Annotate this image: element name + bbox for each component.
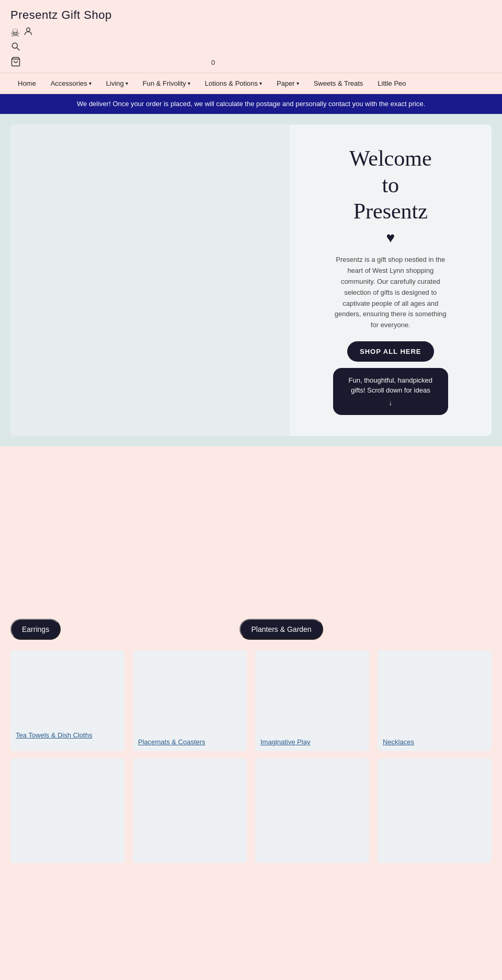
header-icons: ☠ 0 — [10, 26, 492, 68]
nav-item-living[interactable]: Living ▾ — [99, 73, 135, 94]
chevron-down-icon: ▾ — [188, 80, 190, 86]
category-section: Earrings Planters & Garden Placemats & C… — [0, 614, 502, 873]
product-card[interactable]: Placemats & Coasters — [133, 650, 247, 751]
hero-heart: ♥ — [386, 229, 395, 246]
hero-image — [10, 124, 290, 436]
category-badge-row: Earrings Planters & Garden — [10, 614, 492, 640]
earrings-badge[interactable]: Earrings — [10, 619, 61, 640]
nav-item-little-peo[interactable]: Little Peo — [370, 73, 413, 94]
product-label-placemats[interactable]: Placemats & Coasters — [133, 734, 247, 751]
product-label-imaginative[interactable]: Imaginative Play — [255, 734, 369, 751]
nav-item-home[interactable]: Home — [10, 73, 43, 94]
hero-title: WelcometoPresentz — [349, 145, 432, 224]
nav-item-fun-frivolity[interactable]: Fun & Frivolity ▾ — [135, 73, 198, 94]
search-icon[interactable] — [10, 41, 492, 53]
chevron-down-icon: ▾ — [259, 80, 262, 86]
nav-item-lotions[interactable]: Lotions & Potions ▾ — [198, 73, 269, 94]
chevron-down-icon: ▾ — [89, 80, 92, 86]
hero-card: WelcometoPresentz ♥ Presentz is a gift s… — [10, 124, 492, 436]
product-label-tea-towels[interactable]: Tea Towels & Dish Cloths — [10, 727, 97, 744]
scroll-down-icon: ↓ — [344, 398, 438, 408]
product-card[interactable]: Necklaces — [378, 650, 492, 751]
product-card-image — [378, 650, 492, 734]
product-card[interactable]: Imaginative Play — [255, 650, 369, 751]
svg-point-1 — [12, 43, 17, 48]
svg-line-2 — [17, 48, 20, 51]
product-card-image — [10, 650, 124, 734]
header: Presentz Gift Shop ☠ 0 — [0, 0, 502, 73]
product-card-image — [255, 650, 369, 734]
bottom-card[interactable] — [10, 758, 124, 863]
account-icon[interactable]: ☠ — [10, 26, 492, 38]
hero-content: WelcometoPresentz ♥ Presentz is a gift s… — [290, 124, 492, 436]
svg-point-0 — [26, 28, 30, 31]
chevron-down-icon: ▾ — [126, 80, 128, 86]
site-title: Presentz Gift Shop — [10, 8, 492, 22]
badge-spacer — [71, 619, 229, 640]
cart-count: 0 — [211, 59, 215, 66]
product-label-necklaces[interactable]: Necklaces — [378, 734, 492, 751]
bottom-grid — [10, 758, 492, 863]
pink-spacer-section — [0, 446, 502, 614]
cart-icon[interactable] — [10, 56, 21, 68]
bottom-card[interactable] — [378, 758, 492, 863]
hero-tagline-box: Fun, thoughtful, handpicked gifts! Scrol… — [333, 368, 448, 416]
nav-item-paper[interactable]: Paper ▾ — [269, 73, 306, 94]
nav-item-accessories[interactable]: Accessories ▾ — [43, 73, 99, 94]
hero-wrapper: WelcometoPresentz ♥ Presentz is a gift s… — [0, 114, 502, 446]
nav-item-sweets[interactable]: Sweets & Treats — [306, 73, 371, 94]
delivery-banner: We deliver! Once your order is placed, w… — [0, 94, 502, 114]
cart-row: 0 — [10, 56, 492, 68]
shop-all-button[interactable]: SHOP ALL HERE — [347, 341, 434, 362]
main-nav: Home Accessories ▾ Living ▾ Fun & Frivol… — [0, 73, 502, 94]
chevron-down-icon: ▾ — [296, 80, 299, 86]
planters-badge[interactable]: Planters & Garden — [239, 619, 323, 640]
bottom-card[interactable] — [133, 758, 247, 863]
hero-description: Presentz is a gift shop nestled in the h… — [333, 255, 448, 331]
bottom-card[interactable] — [255, 758, 369, 863]
product-card-image — [133, 650, 247, 734]
